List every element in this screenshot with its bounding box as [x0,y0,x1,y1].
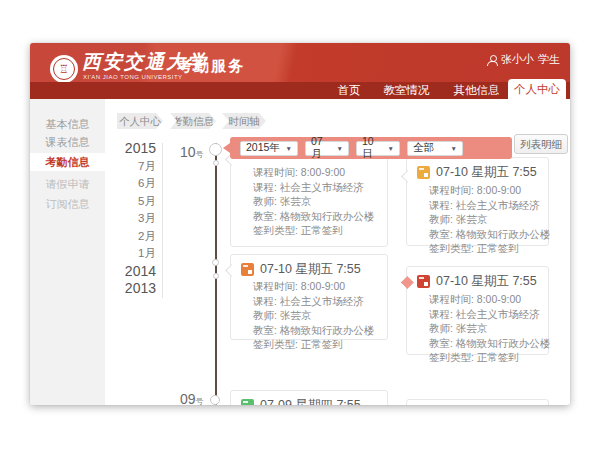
month-january[interactable]: 1月 [94,245,156,263]
signin-type: 签到类型: 正常签到 [253,223,387,238]
teacher: 教师: 张芸京 [429,321,548,336]
signin-type: 签到类型: 正常签到 [429,241,548,256]
nav-item-personal-center-active[interactable]: 个人中心 [508,79,566,99]
attendance-card: 07-09 星期四 7:55 [230,390,388,405]
classroom: 教室: 格物致知行政办公楼 [429,336,548,351]
day-label-10: 10号 [180,144,204,160]
teacher: 教师: 张芸京 [253,194,387,209]
course-time: 课程时间: 8:00-9:00 [429,292,548,307]
user-info[interactable]: 张小小 学生 [487,52,560,67]
card-title: 07-10 星期五 7:55 [436,273,537,290]
breadcrumb-attendance-info[interactable]: 考勤信息 [170,113,216,129]
course: 课程: 社会主义市场经济 [253,180,387,195]
nav-item-home[interactable]: 首页 [329,82,369,99]
year-month-nav: 2015 7月 6月 5月 3月 2月 1月 2014 2013 [94,140,156,298]
course: 课程: 社会主义市场经济 [253,294,387,309]
card-title: 07-10 星期五 7:55 [260,261,361,278]
app-title: 考勤服务 [177,57,245,76]
nav-divider [162,143,163,298]
caret-down-icon: ▼ [286,145,292,152]
type-select[interactable]: 全部▼ [407,141,463,156]
signin-stamp-icon [417,166,430,179]
breadcrumb-personal-center[interactable]: 个人中心 [117,113,163,129]
course-time: 课程时间: 8:00-9:00 [429,183,548,198]
attendance-card [406,399,549,405]
card-title: 07-10 星期五 7:55 [436,164,537,181]
university-name-en: XI'AN JIAO TONG UNIVERSITY [83,74,183,80]
signin-stamp-icon [241,399,254,405]
timeline-node-large [209,143,222,156]
year-2015[interactable]: 2015 [94,140,156,158]
user-role: 学生 [538,52,560,67]
content-area: 基本信息 课表信息 考勤信息 请假申请 订阅信息 个人中心 考勤信息 时间轴 2… [30,99,570,405]
classroom: 教室: 格物致知行政办公楼 [253,323,387,338]
attendance-card: 07-10 星期五 7:55 课程时间: 8:00-9:00 课程: 社会主义市… [230,254,388,340]
card-title: 07-09 星期四 7:55 [260,397,361,405]
timeline-node [213,273,219,279]
signin-stamp-icon [417,275,430,288]
seal-glyph: ♖ [59,64,69,75]
list-detail-button[interactable]: 列表明细 [514,134,568,154]
signin-type: 签到类型: 正常签到 [253,337,387,352]
user-name: 张小小 [501,52,534,67]
course-time: 课程时间: 8:00-9:00 [253,279,387,294]
month-march[interactable]: 3月 [94,210,156,228]
month-may[interactable]: 5月 [94,193,156,211]
signin-stamp-icon [241,263,254,276]
sidebar-item-basic-info[interactable]: 基本信息 [30,115,105,133]
classroom: 教室: 格物致知行政办公楼 [429,227,548,242]
person-icon [487,55,497,65]
breadcrumb-timeline[interactable]: 时间轴 [222,113,266,129]
day-label-09: 09号 [180,391,204,405]
month-july-current[interactable]: 7月 [94,158,156,176]
app-window: ♖ 西安交通大学 XI'AN JIAO TONG UNIVERSITY 考勤服务… [30,43,570,405]
filter-bar: 2015年▼ 07月▼ 10日▼ 全部▼ [230,137,512,159]
nav-item-classrooms[interactable]: 教室情况 [379,82,434,99]
timeline-node-day09 [210,395,220,405]
course: 课程: 社会主义市场经济 [429,307,548,322]
day-select[interactable]: 10日▼ [356,141,400,156]
course: 课程: 社会主义市场经济 [429,198,548,213]
caret-down-icon: ▼ [337,145,343,152]
caret-down-icon: ▼ [451,145,457,152]
caret-down-icon: ▼ [388,145,394,152]
attendance-card: 07-10 星期五 7:55 课程时间: 8:00-9:00 课程: 社会主义市… [406,157,549,246]
year-select[interactable]: 2015年▼ [240,141,298,156]
year-2013[interactable]: 2013 [94,280,156,298]
attendance-card: 07-10 星期五 7:55 课程时间: 8:00-9:00 课程: 社会主义市… [406,266,549,355]
month-february[interactable]: 2月 [94,228,156,246]
signin-type: 签到类型: 正常签到 [429,350,548,365]
timeline-node-small [213,160,219,166]
nav-item-other-info[interactable]: 其他信息 [449,82,504,99]
timeline-node [212,259,219,266]
year-2014[interactable]: 2014 [94,263,156,281]
month-june[interactable]: 6月 [94,175,156,193]
teacher: 教师: 张芸京 [253,308,387,323]
classroom: 教室: 格物致知行政办公楼 [253,209,387,224]
university-seal-icon: ♖ [50,55,78,83]
course-time: 课程时间: 8:00-9:00 [253,165,387,180]
teacher: 教师: 张芸京 [429,212,548,227]
month-select[interactable]: 07月▼ [305,141,349,156]
header: ♖ 西安交通大学 XI'AN JIAO TONG UNIVERSITY 考勤服务… [30,43,570,82]
